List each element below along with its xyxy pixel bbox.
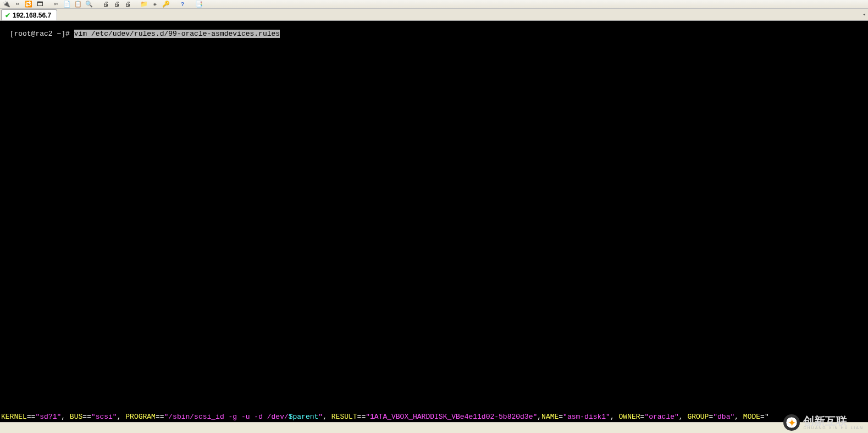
owner-val: "oracle": [644, 413, 678, 421]
session-tab-bar: ✔ 192.168.56.7 ◂: [0, 9, 868, 21]
paste-icon[interactable]: 📋: [74, 1, 82, 8]
kernel-key: KERNEL: [1, 413, 27, 421]
session-tab-label: 192.168.56.7: [13, 12, 51, 19]
watermark-text-sub: CHUANG XIN HU LIAN: [803, 426, 864, 430]
watermark-badge-icon: ✦: [783, 414, 800, 431]
bus-key: BUS: [70, 413, 82, 421]
help-icon[interactable]: ?: [178, 1, 187, 8]
cut-icon[interactable]: ✄: [52, 1, 60, 8]
connected-check-icon: ✔: [5, 12, 10, 19]
print-icon[interactable]: 🖨: [101, 1, 110, 8]
group-val: "dba": [713, 413, 734, 421]
group-key: GROUP: [687, 413, 709, 421]
mode-key: MODE: [743, 413, 760, 421]
watermark-logo: ✦ 创新互联 CHUANG XIN HU LIAN: [783, 414, 864, 431]
owner-key: OWNER: [619, 413, 640, 421]
find-icon[interactable]: 🔍: [85, 1, 93, 8]
connect-icon[interactable]: 🔌: [2, 1, 11, 8]
program-val-pre: "/sbin/scsi_id -g -u -d /dev/: [164, 413, 289, 421]
copy-icon[interactable]: 📄: [63, 1, 71, 8]
terminal-pane[interactable]: [root@rac2 ~]# vim /etc/udev/rules.d/99-…: [0, 21, 868, 422]
program-val-var: $parent: [289, 413, 319, 421]
tab-overflow-arrow-icon[interactable]: ◂: [863, 11, 866, 18]
page-setup-icon[interactable]: 🖨: [123, 1, 132, 8]
command-selection: vim /etc/udev/rules.d/99-oracle-asmdevic…: [74, 30, 280, 38]
toggle-icon[interactable]: 📑: [195, 1, 203, 8]
result-key: RESULT: [331, 413, 357, 421]
watermark-text-main: 创新互联: [803, 416, 864, 426]
settings-icon[interactable]: ✳: [151, 1, 159, 8]
new-window-icon[interactable]: 🗔: [35, 1, 44, 8]
name-val: "asm-disk1": [563, 413, 610, 421]
app-toolbar: 🔌 ✂ 🔁 🗔 ✄ 📄 📋 🔍 🖨 🖨 🖨 📁 ✳ 🔑 ? 📑: [0, 0, 868, 9]
properties-icon[interactable]: 📁: [140, 1, 148, 8]
reconnect-icon[interactable]: 🔁: [24, 1, 33, 8]
shell-prompt: [root@rac2 ~]# vim /etc/udev/rules.d/99-…: [10, 30, 280, 38]
session-tab[interactable]: ✔ 192.168.56.7: [1, 9, 57, 20]
kernel-val: "sd?1": [35, 413, 61, 421]
bus-val: "scsi": [91, 413, 117, 421]
prompt-text: [root@rac2 ~]#: [10, 30, 74, 38]
result-val: "1ATA_VBOX_HARDDISK_VBe4e11d02-5b820d3e": [366, 413, 537, 421]
key-icon[interactable]: 🔑: [162, 1, 170, 8]
status-bar: [0, 422, 868, 433]
program-key: PROGRAM: [125, 413, 156, 421]
disconnect-icon[interactable]: ✂: [13, 1, 22, 8]
vim-rule-line: KERNEL=="sd?1", BUS=="scsi", PROGRAM=="/…: [1, 413, 867, 421]
name-key: NAME: [541, 413, 559, 421]
print-preview-icon[interactable]: 🖨: [112, 1, 121, 8]
